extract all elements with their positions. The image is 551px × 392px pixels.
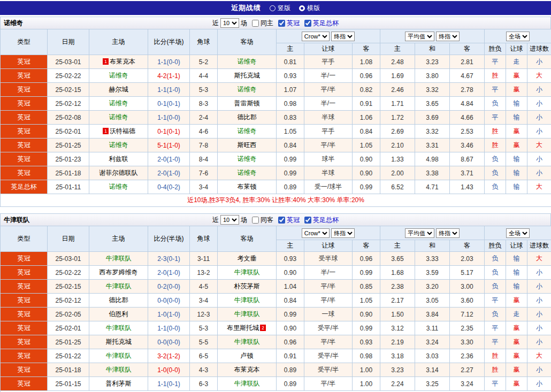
team-link[interactable]: 利兹联 <box>109 155 128 163</box>
team-link[interactable]: 牛津联队 <box>234 296 260 304</box>
team-link[interactable]: 诺维奇 <box>109 72 128 79</box>
team-link[interactable]: 牛津联队 <box>234 310 260 318</box>
final-odds-select-2[interactable]: 终指 <box>436 228 460 238</box>
sub-header-handicap-home: 主 <box>277 43 304 55</box>
league2-checkbox[interactable] <box>304 20 311 27</box>
team-name: 牛津联队 <box>4 216 29 225</box>
team-link[interactable]: 牛津联队 <box>106 352 132 359</box>
handicap-away-odds-cell: 0.99 <box>353 266 380 280</box>
team-link[interactable]: 诺维奇 <box>109 183 128 190</box>
team-link[interactable]: 诺维奇 <box>109 99 128 107</box>
team-link[interactable]: 斯托克城 <box>234 72 260 79</box>
handicap-line-cell: 受半球 <box>304 252 353 266</box>
full-match-select[interactable]: 全场 <box>506 32 530 41</box>
team-link[interactable]: 牛津联队 <box>234 268 260 276</box>
sub-header-handicap-line: 让球 <box>304 43 353 55</box>
home-team-cell: 诺维奇 <box>89 97 148 111</box>
team-link[interactable]: 斯旺西 <box>238 141 257 149</box>
avg-draw-odds-cell: 3.25 <box>415 377 450 391</box>
sub-header-result-wdl: 胜负 <box>485 43 506 55</box>
team-link[interactable]: 斯托克城 <box>106 338 132 345</box>
team-link[interactable]: 诺维奇 <box>109 141 128 149</box>
handicap-home-odds-cell: 1.07 <box>277 83 304 97</box>
team-link[interactable]: 牛津联队 <box>234 338 260 345</box>
games-count-select[interactable]: 10 <box>220 18 239 28</box>
team-link[interactable]: 诺维奇 <box>238 127 257 135</box>
team-link[interactable]: 伯恩利 <box>109 310 128 318</box>
handicap-line-cell: 平手 <box>304 55 353 69</box>
team-link[interactable]: 牛津联队 <box>106 324 132 332</box>
team-link[interactable]: 牛津联队 <box>234 380 260 387</box>
team-link[interactable]: 诺维奇 <box>238 169 257 176</box>
league1-checkbox[interactable] <box>278 217 285 224</box>
handicap-away-odds-cell: 1.00 <box>353 377 380 391</box>
league1-checkbox[interactable] <box>278 20 285 27</box>
league1-label: 英冠 <box>287 216 300 225</box>
match-row: 英冠25-03-011布莱克本1-1(0-0)5-2诺维奇0.81平手1.082… <box>1 55 551 69</box>
league-type-cell: 英冠 <box>1 280 48 294</box>
league-type-cell: 英冠 <box>1 349 48 363</box>
team-link[interactable]: 德比郡 <box>238 113 257 121</box>
team-link[interactable]: 西布罗姆维奇 <box>100 268 138 276</box>
col-header-date: 日期 <box>48 29 89 55</box>
team-link[interactable]: 谢菲尔德联队 <box>100 169 138 176</box>
corner-cell: 6-5 <box>190 349 218 363</box>
average-odds-select[interactable]: 平均值 <box>405 32 434 41</box>
corner-cell: 3-4 <box>190 180 218 194</box>
team-link[interactable]: 普利茅斯 <box>106 380 132 387</box>
final-odds-select[interactable]: 终指 <box>331 228 355 238</box>
team-link[interactable]: 考文垂 <box>238 255 257 262</box>
handicap-line-cell: 平/半 <box>304 139 353 152</box>
team-link[interactable]: 诺维奇 <box>238 86 257 93</box>
league2-checkbox[interactable] <box>304 217 311 224</box>
radio-horizontal-layout[interactable]: 横版 <box>299 4 320 13</box>
average-odds-select[interactable]: 平均值 <box>405 228 434 238</box>
matches-table: 类型 日期 主场 比分(半场) 角球 客场 Crow* 终指 平均值 终指 <box>0 29 551 207</box>
games-count-select[interactable]: 10 <box>220 215 239 225</box>
team-link[interactable]: 诺维奇 <box>238 155 257 163</box>
team-link[interactable]: 德比郡 <box>109 296 128 304</box>
avg-away-odds-cell: 2.53 <box>450 125 485 139</box>
result-goals-cell: 小 <box>527 377 551 391</box>
same-side-checkbox[interactable] <box>252 217 259 224</box>
final-odds-select-2[interactable]: 终指 <box>436 32 460 41</box>
result-handicap-cell: 输 <box>506 252 527 266</box>
score-cell: 0-0(0-0) <box>148 335 190 349</box>
team-link[interactable]: 布莱顿 <box>238 183 257 190</box>
home-team-cell: 牛津联队 <box>89 321 148 335</box>
final-odds-select[interactable]: 终指 <box>331 32 355 41</box>
full-match-select[interactable]: 全场 <box>506 228 530 238</box>
handicap-odds-header: Crow* 终指 <box>277 29 380 43</box>
team-link[interactable]: 牛津联队 <box>106 366 132 373</box>
radio-circle-icon[interactable] <box>270 5 276 11</box>
bookmaker-select[interactable]: Crow* <box>302 228 330 238</box>
team-link[interactable]: 牛津联队 <box>106 282 132 290</box>
team-link[interactable]: 朴茨茅斯 <box>234 282 260 290</box>
bookmaker-select[interactable]: Crow* <box>302 32 330 41</box>
radio-circle-checked-icon[interactable] <box>299 5 305 11</box>
match-date-cell: 25-02-12 <box>48 294 89 308</box>
sub-header-result-wdl: 胜负 <box>485 240 506 252</box>
team-link[interactable]: 沃特福德 <box>110 127 135 135</box>
team-link[interactable]: 诺维奇 <box>238 58 257 65</box>
sub-header-result-goals: 进球数 <box>527 240 551 252</box>
radio-vertical-layout[interactable]: 竖版 <box>270 4 290 13</box>
avg-home-odds-cell: 3.65 <box>380 252 415 266</box>
result-scope-header: 全场 <box>485 226 551 240</box>
team-link[interactable]: 诺维奇 <box>109 113 128 121</box>
team-link[interactable]: 布里斯托城 <box>227 324 259 332</box>
radio-horizontal-label: 横版 <box>307 4 320 13</box>
league-type-cell: 英冠 <box>1 97 48 111</box>
team-link[interactable]: 牛津联队 <box>106 255 132 262</box>
league-type-cell: 英冠 <box>1 111 48 125</box>
team-link[interactable]: 卢顿 <box>241 352 254 359</box>
team-link[interactable]: 普雷斯顿 <box>234 99 260 107</box>
league-type-cell: 英冠 <box>1 266 48 280</box>
sub-header-result-handicap: 让球 <box>506 43 527 55</box>
team-link[interactable]: 布莱克本 <box>234 366 260 373</box>
team-link[interactable]: 布莱克本 <box>110 58 135 65</box>
same-side-checkbox[interactable] <box>252 20 259 27</box>
near-label: 近 <box>212 19 219 28</box>
team-link[interactable]: 赫尔城 <box>109 86 128 93</box>
avg-away-odds-cell: 2.35 <box>450 321 485 335</box>
